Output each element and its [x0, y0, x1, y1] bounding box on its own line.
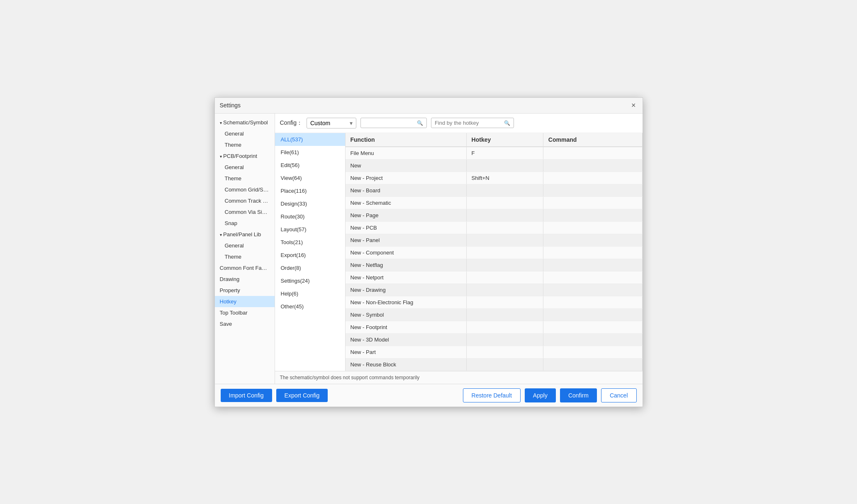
td-function: New - 3D Model	[346, 334, 467, 346]
sidebar-item-drawing[interactable]: Drawing	[215, 274, 275, 285]
hotkey-search-input[interactable]	[435, 120, 502, 126]
sidebar-item-pcb-snap[interactable]: Snap	[215, 218, 275, 229]
td-command	[543, 184, 643, 196]
sidebar-item-pcb-general[interactable]: General	[215, 162, 275, 173]
sidebar-item-panel-theme[interactable]: Theme	[215, 251, 275, 262]
td-function: New - Footprint	[346, 321, 467, 333]
td-hotkey	[467, 209, 543, 221]
sidebar-item-sch-general[interactable]: General	[215, 128, 275, 139]
sidebar-item-hotkey[interactable]: Hotkey	[215, 296, 275, 307]
category-item-design[interactable]: Design(33)	[275, 197, 345, 210]
td-hotkey	[467, 346, 543, 358]
td-function: New - Drawing	[346, 284, 467, 296]
table-row[interactable]: New - Board	[346, 184, 643, 197]
category-item-route[interactable]: Route(30)	[275, 210, 345, 223]
sidebar-item-pcb-footprint[interactable]: ▾ PCB/Footprint	[215, 150, 275, 162]
table-area: Function Hotkey Command File Menu F New …	[346, 133, 643, 371]
category-item-tools[interactable]: Tools(21)	[275, 236, 345, 249]
td-hotkey: Shift+N	[467, 172, 543, 184]
td-hotkey	[467, 259, 543, 271]
footer-left: Import Config Export Config	[221, 389, 328, 402]
sidebar-item-schematic-symbol[interactable]: ▾ Schematic/Symbol	[215, 117, 275, 128]
restore-default-button[interactable]: Restore Default	[463, 388, 521, 402]
sidebar-item-pcb-theme[interactable]: Theme	[215, 173, 275, 184]
sidebar-item-pcb-track[interactable]: Common Track Width Settir	[215, 195, 275, 206]
td-function: New	[346, 160, 467, 172]
sidebar-item-panel-lib[interactable]: ▾ Panel/Panel Lib	[215, 229, 275, 240]
category-list: ALL(537)File(61)Edit(56)View(64)Place(11…	[275, 133, 346, 371]
td-function: New - Board	[346, 184, 467, 196]
category-item-layout[interactable]: Layout(57)	[275, 223, 345, 236]
sidebar-item-property[interactable]: Property	[215, 285, 275, 296]
sidebar-item-pcb-via[interactable]: Common Via Size Setting	[215, 206, 275, 218]
table-row[interactable]: File Menu F	[346, 147, 643, 160]
category-item-help[interactable]: Help(6)	[275, 287, 345, 300]
table-row[interactable]: New - Symbol	[346, 309, 643, 321]
td-function: File Menu	[346, 147, 467, 159]
category-item-all[interactable]: ALL(537)	[275, 133, 345, 146]
table-row[interactable]: New - Component	[346, 247, 643, 259]
category-item-order[interactable]: Order(8)	[275, 262, 345, 274]
table-row[interactable]: New - Part	[346, 346, 643, 359]
table-row[interactable]: New - Non-Electronic Flag	[346, 296, 643, 309]
sidebar-item-sch-theme[interactable]: Theme	[215, 139, 275, 150]
chevron-icon: ▾	[220, 154, 222, 159]
td-command	[543, 296, 643, 308]
td-function: New - Component	[346, 247, 467, 259]
td-function: New - Panel	[346, 234, 467, 246]
sidebar-item-top-toolbar[interactable]: Top Toolbar	[215, 307, 275, 318]
sidebar-item-panel-general[interactable]: General	[215, 240, 275, 251]
category-item-other[interactable]: Other(45)	[275, 300, 345, 313]
td-function: New - Part	[346, 346, 467, 358]
config-select[interactable]: Custom ▾	[307, 118, 356, 128]
td-hotkey	[467, 359, 543, 371]
td-command	[543, 197, 643, 209]
td-command	[543, 160, 643, 172]
apply-button[interactable]: Apply	[525, 388, 556, 402]
td-command	[543, 284, 643, 296]
category-item-edit[interactable]: Edit(56)	[275, 159, 345, 172]
search-input[interactable]	[364, 120, 414, 126]
chevron-icon: ▾	[220, 233, 222, 237]
category-item-place[interactable]: Place(116)	[275, 184, 345, 197]
category-item-export[interactable]: Export(16)	[275, 249, 345, 262]
table-row[interactable]: New - Page	[346, 209, 643, 222]
td-command	[543, 222, 643, 234]
category-item-view[interactable]: View(64)	[275, 172, 345, 184]
table-row[interactable]: New - Netport	[346, 271, 643, 284]
close-button[interactable]: ×	[630, 101, 638, 110]
td-hotkey	[467, 271, 543, 284]
td-command	[543, 309, 643, 321]
table-rows: File Menu F New New - Project Shift+N Ne…	[346, 147, 643, 371]
confirm-button[interactable]: Confirm	[560, 388, 597, 402]
search-box[interactable]: 🔍	[360, 118, 427, 128]
td-function: New - Reuse Block	[346, 359, 467, 371]
table-row[interactable]: New	[346, 160, 643, 172]
table-row[interactable]: New - 3D Model	[346, 334, 643, 346]
export-config-button[interactable]: Export Config	[276, 389, 328, 402]
table-row[interactable]: New - Footprint	[346, 321, 643, 334]
td-function: New - Project	[346, 172, 467, 184]
td-command	[543, 259, 643, 271]
sidebar-item-common-font[interactable]: Common Font Family	[215, 262, 275, 274]
table-row[interactable]: New - PCB	[346, 222, 643, 234]
th-function: Function	[346, 133, 467, 146]
category-item-file[interactable]: File(61)	[275, 146, 345, 159]
td-hotkey	[467, 247, 543, 259]
cancel-button[interactable]: Cancel	[601, 388, 637, 402]
sidebar-item-save[interactable]: Save	[215, 318, 275, 330]
table-row[interactable]: New - Drawing	[346, 284, 643, 296]
import-config-button[interactable]: Import Config	[221, 389, 272, 402]
table-row[interactable]: New - Netflag	[346, 259, 643, 271]
td-command	[543, 359, 643, 371]
config-label: Config：	[280, 119, 302, 127]
table-row[interactable]: New - Reuse Block	[346, 359, 643, 371]
td-function: New - Netflag	[346, 259, 467, 271]
hotkey-search-box[interactable]: 🔍	[431, 118, 514, 128]
table-row[interactable]: New - Schematic	[346, 197, 643, 209]
table-row[interactable]: New - Project Shift+N	[346, 172, 643, 184]
config-select-value: Custom	[310, 120, 347, 126]
sidebar-item-pcb-grid[interactable]: Common Grid/Snap Size Se	[215, 184, 275, 195]
table-row[interactable]: New - Panel	[346, 234, 643, 247]
category-item-settings[interactable]: Settings(24)	[275, 274, 345, 287]
